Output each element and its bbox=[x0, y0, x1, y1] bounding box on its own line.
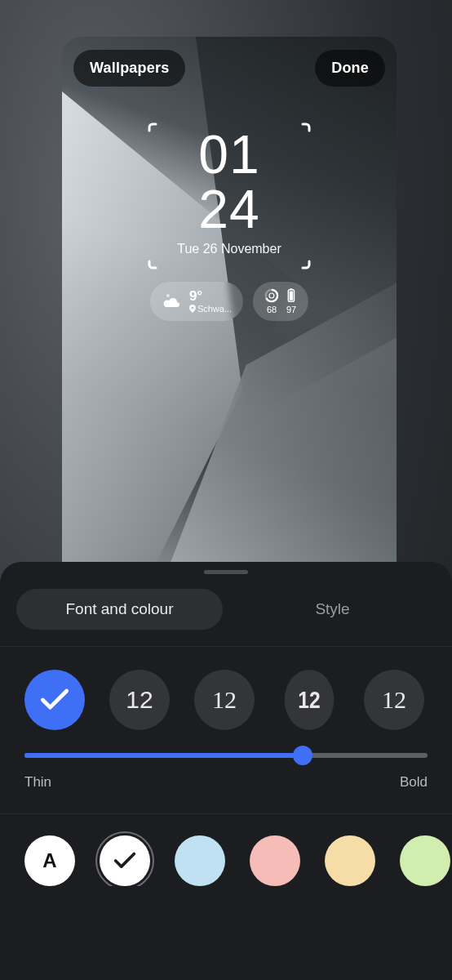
font-sample: 12 bbox=[298, 686, 320, 714]
svg-point-0 bbox=[166, 294, 170, 297]
font-option-3[interactable]: 12 bbox=[194, 670, 255, 730]
slider-labels: Thin Bold bbox=[0, 763, 452, 791]
lockscreen-preview: Wallpapers Done 01 24 Tue 26 November 9°… bbox=[62, 37, 397, 584]
colour-swatch-peach[interactable] bbox=[325, 835, 375, 886]
clock-date: Tue 26 November bbox=[148, 243, 311, 256]
location-pin-icon bbox=[189, 305, 196, 313]
phone-battery: 97 bbox=[286, 288, 297, 314]
clock-hours: 01 bbox=[148, 127, 311, 182]
svg-rect-4 bbox=[288, 290, 294, 301]
watch-ring-icon bbox=[264, 288, 279, 303]
font-option-2[interactable]: 12 bbox=[109, 670, 170, 730]
colour-swatch-white[interactable] bbox=[100, 835, 150, 886]
check-icon bbox=[111, 847, 139, 875]
slider-track[interactable] bbox=[24, 753, 428, 758]
sheet-drag-handle[interactable] bbox=[204, 570, 248, 574]
auto-colour-label: A bbox=[42, 849, 56, 872]
tab-style[interactable]: Style bbox=[229, 589, 436, 630]
battery-widget[interactable]: 68 97 bbox=[253, 282, 308, 321]
wallpaper-shard bbox=[62, 37, 397, 584]
weather-location-text: Schwa... bbox=[197, 304, 232, 314]
weight-slider[interactable] bbox=[0, 746, 452, 763]
slider-fill bbox=[24, 753, 303, 758]
colour-swatch-auto[interactable]: A bbox=[24, 835, 75, 886]
lockscreen-widgets: 9° Schwa... 68 bbox=[150, 282, 308, 321]
tab-font-and-colour[interactable]: Font and colour bbox=[16, 589, 223, 630]
crop-corner-icon bbox=[291, 122, 311, 142]
svg-point-2 bbox=[266, 290, 277, 301]
slider-min-label: Thin bbox=[24, 774, 51, 791]
crop-corner-icon bbox=[148, 122, 167, 142]
weather-temp: 9° bbox=[189, 289, 232, 305]
clock-widget[interactable]: 01 24 Tue 26 November bbox=[148, 122, 311, 270]
font-options-row[interactable]: 12 12 12 12 bbox=[0, 647, 452, 746]
clock-minutes: 24 bbox=[148, 182, 311, 237]
weather-widget[interactable]: 9° Schwa... bbox=[150, 282, 243, 321]
check-icon bbox=[37, 682, 73, 718]
svg-rect-6 bbox=[290, 292, 294, 301]
font-sample: 12 bbox=[126, 686, 153, 714]
sheet-tabs: Font and colour Style bbox=[0, 581, 452, 647]
battery-icon bbox=[286, 288, 297, 303]
wallpaper-shard bbox=[62, 37, 397, 584]
colour-swatch-green[interactable] bbox=[400, 835, 450, 886]
svg-point-1 bbox=[266, 290, 277, 301]
slider-thumb[interactable] bbox=[293, 746, 312, 765]
font-option-4[interactable]: 12 bbox=[285, 670, 335, 730]
font-option-selected[interactable] bbox=[24, 670, 85, 730]
cloud-icon bbox=[162, 292, 183, 311]
svg-rect-5 bbox=[290, 288, 293, 290]
colour-swatch-blue[interactable] bbox=[175, 835, 225, 886]
weather-location: Schwa... bbox=[189, 304, 232, 314]
watch-battery: 68 bbox=[264, 288, 279, 314]
crop-corner-icon bbox=[148, 250, 167, 270]
clock-style-sheet: Font and colour Style 12 12 12 12 Thin B… bbox=[0, 562, 452, 980]
font-option-5[interactable]: 12 bbox=[364, 670, 424, 730]
watch-battery-pct: 68 bbox=[267, 305, 277, 314]
wallpaper-shard bbox=[62, 37, 397, 584]
done-button[interactable]: Done bbox=[315, 50, 385, 87]
slider-max-label: Bold bbox=[400, 774, 428, 791]
colour-swatch-pink[interactable] bbox=[250, 835, 300, 886]
clock-display: 01 24 Tue 26 November bbox=[148, 127, 311, 256]
phone-battery-pct: 97 bbox=[286, 305, 296, 314]
font-sample: 12 bbox=[382, 686, 406, 714]
wallpapers-button[interactable]: Wallpapers bbox=[73, 50, 185, 87]
preview-top-bar: Wallpapers Done bbox=[73, 50, 385, 87]
colour-options-row[interactable]: A bbox=[0, 814, 452, 886]
crop-corner-icon bbox=[291, 250, 311, 270]
font-sample: 12 bbox=[212, 686, 237, 714]
svg-point-3 bbox=[269, 293, 274, 298]
